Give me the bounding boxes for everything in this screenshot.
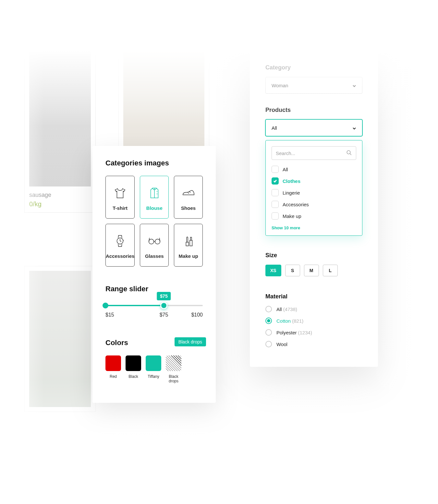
product-name: sausage	[29, 192, 91, 198]
material-all[interactable]: All(4738)	[265, 306, 362, 312]
material-polyester[interactable]: Polyester(1234)	[265, 329, 362, 336]
checkbox-icon	[272, 201, 279, 208]
slider-fill	[105, 305, 164, 306]
category-select[interactable]: Woman	[265, 77, 362, 94]
blouse-icon	[145, 184, 164, 202]
filter-title: Filter	[265, 41, 362, 50]
size-l[interactable]: L	[323, 265, 338, 276]
option-label: Clothes	[283, 178, 300, 184]
category-label: Category	[265, 64, 362, 71]
category-value: Woman	[272, 83, 288, 88]
product-image	[123, 50, 204, 154]
show-more-link[interactable]: Show 10 more	[272, 225, 356, 230]
search-placeholder: Search...	[276, 150, 295, 156]
size-xs[interactable]: XS	[265, 265, 281, 276]
category-shoes[interactable]: Shoes	[174, 176, 203, 219]
svg-point-1	[149, 239, 154, 244]
svg-point-3	[347, 150, 350, 154]
glasses-icon	[145, 232, 164, 250]
checkbox-icon	[272, 212, 279, 220]
checkbox-icon	[272, 189, 279, 196]
category-blouse[interactable]: Blouse	[140, 176, 169, 219]
material-name: Polyester	[276, 330, 297, 335]
svg-point-2	[155, 239, 160, 244]
slider-min-label: $15	[105, 312, 114, 318]
checkbox-icon	[272, 177, 279, 185]
slider-tooltip: $75	[157, 292, 171, 300]
products-value: All	[272, 125, 277, 131]
material-name: Wool	[276, 342, 287, 347]
slider-max-label: $100	[191, 312, 203, 318]
material-name: Cotton	[276, 318, 291, 324]
radio-icon	[265, 306, 272, 312]
slider-value-label: $75	[160, 312, 168, 318]
lipstick-icon	[179, 232, 198, 250]
category-label: Shoes	[181, 205, 196, 211]
range-slider[interactable]: $75	[105, 305, 203, 306]
product-price: 0/kg	[29, 200, 91, 208]
categories-grid: T-shirt Blouse Shoes Accessories Glasses	[105, 176, 203, 267]
size-s[interactable]: S	[285, 265, 300, 276]
swatch-black-drops[interactable]	[166, 355, 181, 371]
material-count: (821)	[292, 318, 303, 324]
category-makeup[interactable]: Make up	[174, 224, 203, 267]
search-icon	[346, 150, 352, 157]
bg-product-card	[118, 45, 209, 159]
bg-product-card	[24, 266, 96, 412]
slider-track	[105, 305, 203, 306]
color-tooltip: Black drops	[175, 337, 206, 346]
option-label: Lingerie	[283, 190, 300, 196]
swatch-black[interactable]	[126, 355, 141, 371]
category-label: Make up	[179, 253, 198, 259]
material-name: All	[276, 306, 282, 312]
products-dropdown: Search... All Clothes Lingerie Accessori…	[265, 140, 362, 236]
material-count: (1234)	[298, 330, 312, 335]
material-cotton[interactable]: Cotton(821)	[265, 318, 362, 324]
category-label: T-shirt	[113, 205, 128, 211]
category-tshirt[interactable]: T-shirt	[105, 176, 135, 219]
range-title: Range slider	[105, 285, 203, 293]
category-glasses[interactable]: Glasses	[140, 224, 169, 267]
category-accessories[interactable]: Accessories	[105, 224, 135, 267]
material-list: All(4738) Cotton(821) Polyester(1234) Wo…	[265, 306, 362, 347]
swatch-label: Tiffany	[146, 374, 161, 383]
tshirt-icon	[111, 184, 129, 202]
product-option-all[interactable]: All	[272, 166, 356, 173]
product-option-clothes[interactable]: Clothes	[272, 177, 356, 185]
products-select[interactable]: All	[265, 119, 362, 136]
products-label: Products	[265, 107, 362, 114]
radio-icon	[265, 329, 272, 336]
swatch-label: Black drops	[166, 374, 181, 383]
colors-row	[105, 355, 203, 371]
slider-thumb-max[interactable]	[160, 302, 167, 309]
category-label: Glasses	[145, 253, 164, 259]
product-option-lingerie[interactable]: Lingerie	[272, 189, 356, 196]
size-m[interactable]: M	[304, 265, 319, 276]
radio-icon	[265, 341, 272, 347]
swatch-red[interactable]	[105, 355, 121, 371]
option-label: All	[283, 167, 288, 172]
product-image	[29, 271, 91, 407]
radio-icon	[265, 318, 272, 324]
products-search[interactable]: Search...	[272, 146, 356, 160]
size-row: XS S M L	[265, 265, 362, 276]
categories-title: Categories images	[105, 159, 203, 167]
swatch-tiffany[interactable]	[146, 355, 161, 371]
components-panel: Categories images T-shirt Blouse Shoes A…	[92, 146, 216, 403]
option-label: Make up	[283, 213, 301, 219]
filter-panel: Filter Category Woman Products All Searc…	[250, 23, 378, 367]
slider-thumb-min[interactable]	[103, 303, 108, 308]
product-option-accessories[interactable]: Accessories	[272, 201, 356, 208]
category-label: Accessories	[106, 253, 134, 259]
swatch-label: Red	[105, 374, 121, 383]
watch-icon	[111, 232, 129, 250]
category-label: Blouse	[146, 205, 163, 211]
chevron-down-icon	[352, 126, 356, 130]
size-label: Size	[265, 252, 362, 259]
shoe-icon	[179, 184, 198, 202]
swatch-label: Black	[126, 374, 141, 383]
product-option-makeup[interactable]: Make up	[272, 212, 356, 220]
material-wool[interactable]: Wool	[265, 341, 362, 347]
product-image	[29, 50, 91, 186]
checkbox-icon	[272, 166, 279, 173]
